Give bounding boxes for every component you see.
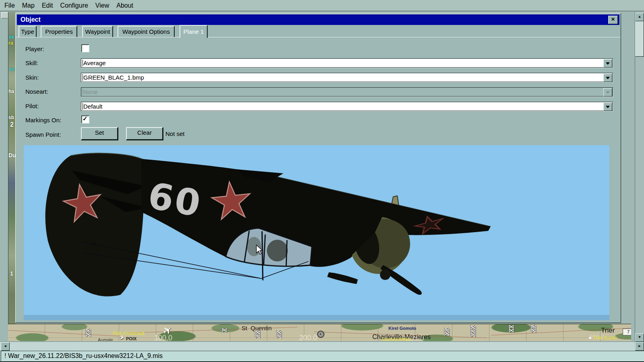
map-airfield-label: Tournes-Belval bbox=[382, 337, 411, 341]
map-label-fragment: ve bbox=[9, 34, 14, 40]
check-icon: ✓ bbox=[83, 115, 89, 122]
close-button[interactable]: ✕ bbox=[608, 16, 618, 24]
tab-properties[interactable]: Properties bbox=[41, 26, 77, 37]
markings-label: Markings On: bbox=[25, 117, 61, 123]
aircraft-render: 60 bbox=[24, 145, 609, 320]
chevron-down-icon bbox=[606, 91, 610, 94]
bridge-icon[interactable]: ⋈⋈ bbox=[530, 325, 536, 332]
map-strip[interactable]: Aumale POIX Poix-Croixrault 100.0 St Que… bbox=[8, 324, 631, 341]
map-airfield-label: Poix-Croixrault bbox=[113, 331, 144, 336]
pilot-dropdown[interactable]: Default bbox=[81, 102, 613, 111]
menu-item-map[interactable]: Map bbox=[21, 2, 36, 10]
down-arrow-icon: ▼ bbox=[638, 335, 642, 339]
chevron-down-icon bbox=[606, 106, 610, 108]
bridge-icon[interactable]: ⋈⋈ bbox=[276, 331, 281, 338]
vertical-scrollbar[interactable] bbox=[635, 12, 644, 341]
skill-value: Average bbox=[83, 60, 106, 66]
app-window: File Map Edit Configure View About ve ra… bbox=[0, 0, 644, 362]
bridge-icon[interactable]: ⋈⋈ bbox=[444, 328, 449, 335]
tab-underline bbox=[16, 37, 621, 37]
map-point-icon[interactable] bbox=[317, 331, 324, 338]
left-arrow-icon: ◄ bbox=[4, 344, 7, 348]
player-label: Player: bbox=[25, 45, 44, 52]
skin-value: GREEN_BLAC_1.bmp bbox=[83, 74, 144, 81]
bridge-icon[interactable]: ⋈⋈ bbox=[85, 329, 91, 336]
skill-dropdown-button[interactable] bbox=[603, 59, 612, 68]
map-grid-label: 200.0 bbox=[299, 334, 317, 341]
right-arrow-icon: ► bbox=[638, 344, 642, 348]
propeller-hub bbox=[380, 269, 390, 280]
chevron-down-icon bbox=[606, 77, 610, 79]
map-town-label: Kirel Gomolo bbox=[388, 326, 416, 331]
map-label-fragment: 1 bbox=[10, 270, 13, 277]
mission-file-path: ! War_new_26.11.22/BIS3b_ru-usx4new3212-… bbox=[4, 352, 163, 359]
up-arrow-icon: ▲ bbox=[638, 14, 642, 19]
map-airfield-label: Trier-Euren bbox=[593, 335, 617, 340]
map-town-label: Aumale bbox=[98, 338, 113, 341]
menu-bar: File Map Edit Configure View About bbox=[0, 0, 644, 11]
skill-dropdown[interactable]: Average bbox=[81, 58, 613, 68]
object-dialog: Object ✕ Type Properties Waypoint Waypoi… bbox=[15, 13, 621, 323]
clear-button[interactable]: Clear bbox=[126, 127, 163, 140]
bridge-icon[interactable]: ⋈⋈⋈ bbox=[470, 326, 475, 337]
set-button[interactable]: Set bbox=[81, 127, 118, 140]
pilot-dropdown-button[interactable] bbox=[603, 103, 612, 111]
status-bar: ! War_new_26.11.22/BIS3b_ru-usx4new3212-… bbox=[1, 351, 644, 361]
noseart-dropdown: None bbox=[81, 87, 613, 97]
map-label-fragment: es bbox=[9, 66, 14, 72]
tab-waypoint-options[interactable]: Waypoint Options bbox=[118, 26, 175, 37]
noseart-dropdown-button bbox=[603, 88, 612, 97]
scroll-left-button[interactable]: ◄ bbox=[1, 342, 10, 351]
propeller-blade-down bbox=[380, 265, 422, 295]
pilot-label: Pilot: bbox=[25, 103, 39, 109]
noseart-label: Noseart: bbox=[25, 88, 48, 95]
menu-item-view[interactable]: View bbox=[94, 2, 110, 10]
aircraft-preview[interactable]: 60 bbox=[24, 145, 609, 320]
map-edge-strip: ve ra es ha sb 2 Du 1 bbox=[8, 12, 16, 341]
map-label-fragment: ra bbox=[8, 40, 13, 46]
chevron-down-icon bbox=[606, 62, 610, 65]
noseart-value: None bbox=[83, 88, 98, 95]
tab-type[interactable]: Type bbox=[19, 26, 37, 37]
map-label-fragment: sb bbox=[8, 115, 14, 120]
menu-item-edit[interactable]: Edit bbox=[41, 2, 54, 10]
tab-plane-1[interactable]: Plane 1 bbox=[180, 25, 208, 38]
menu-item-about[interactable]: About bbox=[115, 2, 134, 10]
scroll-right-button[interactable]: ► bbox=[635, 342, 644, 351]
map-label-fragment: Du bbox=[8, 152, 16, 158]
bridge-icon[interactable]: ⋈⋈ bbox=[508, 325, 514, 332]
map-label-fragment: ha bbox=[8, 88, 14, 94]
map-sector-badge: 7 bbox=[623, 329, 631, 335]
tail-fin bbox=[45, 153, 144, 296]
propeller-blade-left bbox=[327, 272, 358, 284]
dialog-title: Object bbox=[21, 14, 41, 25]
map-label-fragment: 2 bbox=[10, 121, 14, 128]
skill-label: Skill: bbox=[25, 60, 38, 66]
dialog-titlebar[interactable]: Object ✕ bbox=[17, 14, 619, 25]
horizontal-scrollbar[interactable] bbox=[0, 341, 635, 351]
scroll-up-button[interactable]: ▲ bbox=[635, 13, 644, 21]
menu-item-configure[interactable]: Configure bbox=[59, 2, 89, 10]
spawn-status: Not set bbox=[165, 130, 185, 137]
pilot-value: Default bbox=[83, 103, 103, 110]
skin-label: Skin: bbox=[25, 74, 39, 81]
tab-waypoint[interactable]: Waypoint bbox=[82, 26, 113, 37]
vertical-scrollbar-thumb[interactable] bbox=[635, 21, 644, 57]
bridge-icon[interactable]: ⋈⋈ bbox=[255, 331, 260, 338]
skin-dropdown-button[interactable] bbox=[603, 74, 612, 82]
mouse-cursor-icon bbox=[256, 245, 264, 256]
markings-checkbox[interactable]: ✓ bbox=[81, 115, 89, 123]
skin-dropdown[interactable]: GREEN_BLAC_1.bmp bbox=[81, 73, 613, 82]
close-icon: ✕ bbox=[611, 16, 615, 22]
map-town-label: POIX bbox=[126, 337, 136, 341]
map-arrow-icon: ◄ bbox=[588, 336, 592, 340]
player-checkbox[interactable]: ✓ bbox=[81, 44, 89, 52]
bridge-icon[interactable]: ⋈ bbox=[221, 328, 227, 332]
spawn-point-label: Spawn Point: bbox=[25, 131, 61, 138]
scroll-down-button[interactable]: ▼ bbox=[635, 333, 644, 342]
menu-item-file[interactable]: File bbox=[3, 2, 16, 10]
